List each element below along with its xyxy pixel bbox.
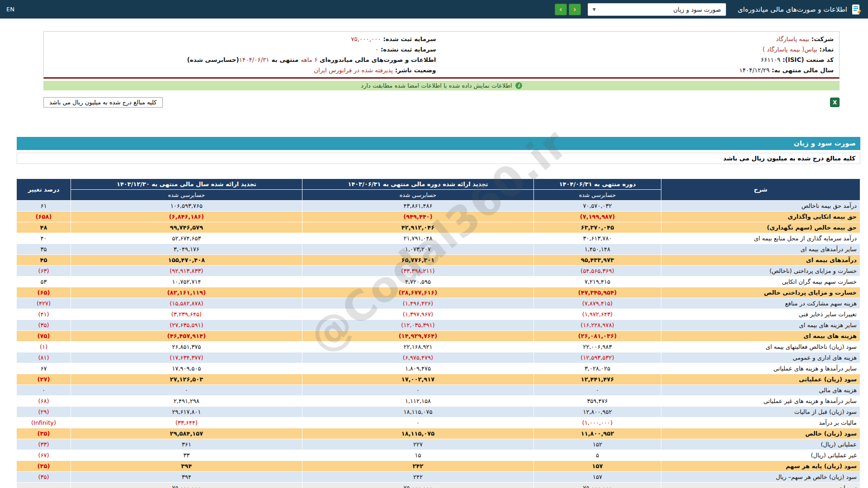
- table-row: تغییرات سایر ذخایر فنی(۱,۹۷۲,۶۴۳)(۱,۳۹۷,…: [17, 309, 860, 320]
- info-field-value: ۶۶۱۱۰۹: [761, 56, 781, 63]
- income-statement-table: شرحدوره منتهی به ۱۴۰۴/۰۶/۳۱تجدید ارائه ش…: [16, 178, 860, 488]
- cell-current: (۷,۸۷۹,۴۱۵): [534, 298, 661, 309]
- cell-description: سایر هزینه های بیمه ای: [661, 320, 860, 331]
- cell-change-percent: ۰: [17, 385, 71, 396]
- table-row: خسارت و مزایای پرداختی خالص(۴۷,۳۴۵,۹۵۴)(…: [17, 287, 860, 298]
- cell-description: سایر درآمدها و هزینه های غیر عملیاتی: [661, 396, 860, 407]
- cell-prior-period: (۲۸,۶۷۷,۶۱۶): [302, 287, 534, 298]
- info-field-label: سرمایه ثبت نشده:: [378, 46, 436, 53]
- units-note-row: کلیه مبالغ درج شده به میلیون ریال می باش…: [17, 153, 860, 164]
- info-row: کد صنعت (ISIC): ۶۶۱۱۰۹: [447, 55, 834, 65]
- cell-current: ۷,۲۱۹,۴۱۵: [534, 277, 661, 287]
- cell-description: هزینه های بیمه ای: [661, 331, 860, 342]
- cell-current: ۱۲,۴۴۱,۴۷۶: [534, 374, 661, 385]
- table-row: حق بیمه خالص (سهم نگهداری)۶۳,۳۷۰,۰۴۵۴۲,۹…: [17, 222, 860, 233]
- cell-description: سود (زیان) قبل از مالیات: [661, 407, 860, 418]
- cell-change-percent: (۶۵): [17, 287, 71, 298]
- cell-current: ۱۵۷: [534, 461, 661, 472]
- cell-current: ۱,۴۵۰,۱۴۸: [534, 244, 661, 255]
- info-row: اطلاعات و صورت‌های مالی میاندوره‌ای ۶ ما…: [49, 55, 436, 65]
- table-row: درآمدهای بیمه ای۹۵,۴۳۳,۹۷۳۶۵,۷۷۶,۳۰۱۱۵۵,…: [17, 255, 860, 266]
- cell-change-percent: (۷۵): [17, 331, 71, 342]
- cell-current: (۱,۰۰۰,۰۰۰): [534, 418, 661, 428]
- cell-description: سود (زیان) خالص: [661, 428, 860, 439]
- cell-description: غیر عملیاتی (ریال): [661, 450, 860, 461]
- tools-row: X کلیه مبالغ درج شده به میلیون ریال می ب…: [43, 97, 840, 108]
- col-subheader-audited: حسابرسی شده: [71, 190, 302, 201]
- cell-current: (۱۲,۵۹۳,۵۳۲): [534, 352, 661, 363]
- cell-description: درآمدهای بیمه ای: [661, 255, 860, 266]
- cell-current: ۱۲,۸۰۰,۹۵۲: [534, 407, 661, 418]
- banner-text: اطلاعات نمایش داده شده با اطلاعات امضا ش…: [361, 82, 512, 89]
- cell-description: هزینه های مالی: [661, 385, 860, 396]
- language-toggle[interactable]: EN: [6, 6, 14, 13]
- cell-current: ۳,۰۲۸,۰۲۵: [534, 363, 661, 374]
- cell-prior-period: ۱۷,۰۰۲,۹۱۷: [302, 374, 534, 385]
- report-type-select[interactable]: صورت سود و زیان ▼: [588, 3, 726, 16]
- table-row: هزینه های بیمه ای(۲۶,۰۸۱,۰۳۶)(۱۴,۹۲۹,۷۶۴…: [17, 331, 860, 342]
- table-row: سود (زیان) ناخالص فعالیتهای بیمه ای۲۲,۰۰…: [17, 342, 860, 352]
- table-row: سود (زیان) قبل از مالیات۱۲,۸۰۰,۹۵۲۱۸,۱۱۵…: [17, 407, 860, 418]
- info-field-label: شرکت:: [809, 35, 834, 42]
- cell-prior-year: (۸۲,۱۶۱,۱۱۹): [71, 287, 302, 298]
- cell-prior-period: ۱۸,۱۱۵,۰۷۵: [302, 407, 534, 418]
- excel-export-icon[interactable]: X: [830, 98, 840, 107]
- cell-prior-period: ۱۸,۱۱۵,۰۷۵: [302, 428, 534, 439]
- cell-current: ۳۰,۶۱۳,۷۸۰: [534, 233, 661, 244]
- table-row: سود (زیان) پایه هر سهم۱۵۷۲۴۲۳۹۴(۳۵): [17, 461, 860, 472]
- table-row: مالیات بر درآمد(۱,۰۰۰,۰۰۰)۰(۳۳,۶۴۴)(Infi…: [17, 418, 860, 428]
- cell-prior-year: (۱۵,۵۸۲,۸۷۸): [71, 298, 302, 309]
- cell-current: ۶۳,۳۷۰,۰۴۵: [534, 222, 661, 233]
- table-row: سرمایه۷۵,۰۰۰,۰۰۰۷۵,۰۰۰,۰۰۰۷۵,۰۰۰,۰۰۰: [17, 483, 860, 488]
- col-header-prior-year: تجدید ارائه شده سال مالی منتهی به ۱۴۰۳/۱…: [71, 179, 302, 190]
- cell-prior-period: ۴۲,۹۱۲,۰۴۶: [302, 222, 534, 233]
- cell-change-percent: (۴۲۷): [17, 298, 71, 309]
- cell-prior-year: (۲۷,۶۳۵,۵۹۱): [71, 320, 302, 331]
- cell-change-percent: ۴۰: [17, 233, 71, 244]
- cell-prior-year: ۷۵,۰۰۰,۰۰۰: [71, 483, 302, 488]
- cell-prior-year: ۰: [71, 385, 302, 396]
- col-header-current-period: دوره منتهی به ۱۴۰۴/۰۶/۳۱: [534, 179, 661, 190]
- table-row: غیر عملیاتی (ریال)۵۱۵۳۳(۶۷): [17, 450, 860, 461]
- company-info-right-column: شرکت: بیمه پاسارگادنماد: بپاس( بیمه پاسا…: [442, 34, 840, 75]
- info-field-value: ۱۴۰۴/۱۲/۲۹: [739, 66, 769, 74]
- col-header-prior-period: تجدید ارائه شده دوره مالی منتهی به ۱۴۰۳/…: [302, 179, 534, 190]
- cell-change-percent: (۸۱): [17, 352, 71, 363]
- cell-description: مالیات بر درآمد: [661, 418, 860, 428]
- cell-prior-year: (۱۷,۶۳۴,۳۷۷): [71, 352, 302, 363]
- info-field-value: ۷۵,۰۰۰,۰۰۰: [351, 35, 381, 42]
- cell-change-percent: (۴۱): [17, 309, 71, 320]
- cell-prior-year: ۲۹,۵۸۴,۱۵۷: [71, 428, 302, 439]
- cell-description: خسارت و مزایای پرداختی (ناخالص): [661, 266, 860, 277]
- cell-current: (۱,۹۷۲,۶۴۳): [534, 309, 661, 320]
- cell-prior-period: ۰: [302, 418, 534, 428]
- cell-prior-period: ۴,۷۲۰,۵۹۵: [302, 277, 534, 287]
- cell-current: ۱۵۲: [534, 439, 661, 450]
- cell-current: (۷,۱۹۹,۹۸۷): [534, 211, 661, 222]
- info-row: سرمایه ثبت نشده: ۰: [49, 44, 436, 55]
- cell-current: ۲۲,۰۰۶,۹۸۳: [534, 342, 661, 352]
- cell-change-percent: ۳۵: [17, 244, 71, 255]
- cell-description: حق بیمه اتکایی واگذاری: [661, 211, 860, 222]
- table-row: سایر درآمدهای بیمه ای۱,۴۵۰,۱۴۸۱,۰۷۳,۲۰۷۳…: [17, 244, 860, 255]
- cell-current: ۹۵,۴۳۳,۹۷۳: [534, 255, 661, 266]
- unit-note-box: کلیه مبالغ درج شده به میلیون ریال می باش…: [43, 97, 163, 108]
- cell-prior-period: ۱,۰۷۳,۲۰۷: [302, 244, 534, 255]
- cell-current: ۰: [534, 385, 661, 396]
- prev-report-button[interactable]: ‹: [555, 4, 567, 15]
- cell-prior-year: (۹۲,۹۱۳,۸۳۳): [71, 266, 302, 277]
- report-nav-buttons: ‹ ›: [555, 4, 581, 15]
- cell-current: (۱۶,۲۲۸,۹۷۸): [534, 320, 661, 331]
- cell-current: ۱۵۷: [534, 472, 661, 483]
- cell-prior-period: ۲۲,۱۶۸,۹۲۱: [302, 342, 534, 352]
- cell-prior-year: (۶,۸۴۶,۱۸۶): [71, 211, 302, 222]
- cell-change-percent: ۵۳: [17, 277, 71, 287]
- cell-change-percent: (۶۷): [17, 450, 71, 461]
- cell-prior-period: (۱,۳۹۷,۹۶۷): [302, 309, 534, 320]
- table-row: سود (زیان) خالص هر سهم– ریال۱۵۷۲۴۲۳۹۴(۳۵…: [17, 472, 860, 483]
- cell-change-percent: (۶۳): [17, 266, 71, 277]
- info-field-label: اطلاعات و صورت‌های مالی میاندوره‌ای: [317, 56, 436, 63]
- next-report-button[interactable]: ›: [569, 4, 581, 15]
- cell-description: سایر درآمدها و هزینه های عملیاتی: [661, 363, 860, 374]
- signature-match-banner: i اطلاعات نمایش داده شده با اطلاعات امضا…: [43, 81, 840, 90]
